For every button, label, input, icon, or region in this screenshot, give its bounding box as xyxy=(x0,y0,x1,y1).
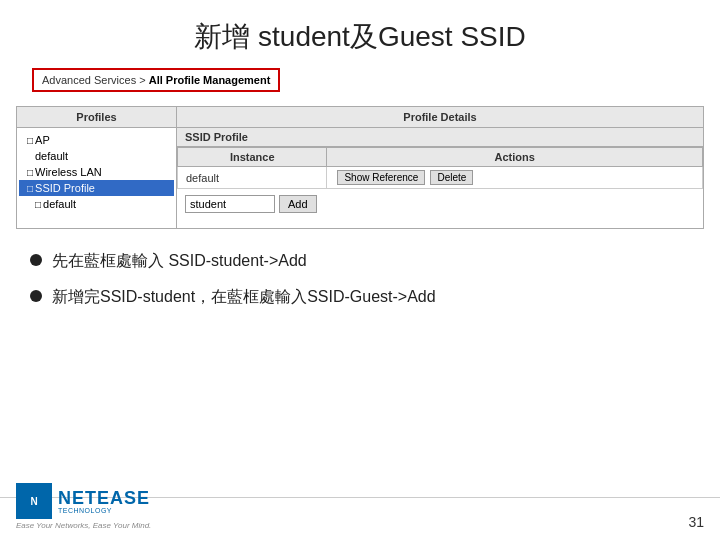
add-button[interactable]: Add xyxy=(279,195,317,213)
logo-area: N NETEASE TECHNOLOGY Ease Your Networks,… xyxy=(16,483,151,530)
bullet-text-2: 新增完SSID-student，在藍框處輸入SSID-Guest->Add xyxy=(52,281,436,313)
main-panel: Profiles Profile Details □AP default □Wi… xyxy=(16,106,704,229)
breadcrumb-separator: > xyxy=(139,74,148,86)
bullet-item-2: 新增完SSID-student，在藍框處輸入SSID-Guest->Add xyxy=(30,281,690,313)
tree-item-ap[interactable]: □AP xyxy=(19,132,174,148)
ssid-input[interactable] xyxy=(185,195,275,213)
details-header: Profile Details xyxy=(177,107,703,127)
actions-cell: Show Reference Delete xyxy=(327,167,703,189)
logo-text-main: NETEASE xyxy=(58,488,150,509)
tree-item-ssid-default[interactable]: □default xyxy=(19,196,174,212)
breadcrumb-link[interactable]: Advanced Services xyxy=(42,74,136,86)
bullet-dot-1 xyxy=(30,254,42,266)
tree-item-ssid-profile[interactable]: □SSID Profile xyxy=(19,180,174,196)
col-instance: Instance xyxy=(178,148,327,167)
panel-header: Profiles Profile Details xyxy=(17,107,703,128)
page-title: 新增 student及Guest SSID xyxy=(0,0,720,68)
page-number: 31 xyxy=(688,514,704,530)
logo-icon: N xyxy=(16,483,52,519)
breadcrumb-current: All Profile Management xyxy=(149,74,271,86)
ssid-profile-title: SSID Profile xyxy=(177,128,703,147)
instance-cell: default xyxy=(178,167,327,189)
logo-tagline: Ease Your Networks, Ease Your Mind. xyxy=(16,521,151,530)
bullet-item-1: 先在藍框處輸入 SSID-student->Add xyxy=(30,245,690,277)
footer: N NETEASE TECHNOLOGY Ease Your Networks,… xyxy=(16,483,704,530)
delete-button[interactable]: Delete xyxy=(430,170,473,185)
bullet-dot-2 xyxy=(30,290,42,302)
expand-icon-wireless: □ xyxy=(27,167,33,178)
expand-icon-ssid-default: □ xyxy=(35,199,41,210)
table-row: default Show Reference Delete xyxy=(178,167,703,189)
details-panel: SSID Profile Instance Actions default Sh… xyxy=(177,128,703,228)
panel-body: □AP default □Wireless LAN □SSID Profile … xyxy=(17,128,703,228)
bullet-text-1: 先在藍框處輸入 SSID-student->Add xyxy=(52,245,307,277)
show-reference-button[interactable]: Show Reference xyxy=(337,170,425,185)
expand-icon-ssid: □ xyxy=(27,183,33,194)
col-actions: Actions xyxy=(327,148,703,167)
ssid-profile-table: Instance Actions default Show Reference … xyxy=(177,147,703,189)
tree-item-ap-default[interactable]: default xyxy=(19,148,174,164)
add-row: Add xyxy=(177,189,703,219)
tree-panel: □AP default □Wireless LAN □SSID Profile … xyxy=(17,128,177,228)
profiles-header: Profiles xyxy=(17,107,177,127)
expand-icon-ap: □ xyxy=(27,135,33,146)
breadcrumb: Advanced Services > All Profile Manageme… xyxy=(32,68,280,92)
bullet-list: 先在藍框處輸入 SSID-student->Add 新增完SSID-studen… xyxy=(30,245,690,313)
tree-item-wireless-lan[interactable]: □Wireless LAN xyxy=(19,164,174,180)
